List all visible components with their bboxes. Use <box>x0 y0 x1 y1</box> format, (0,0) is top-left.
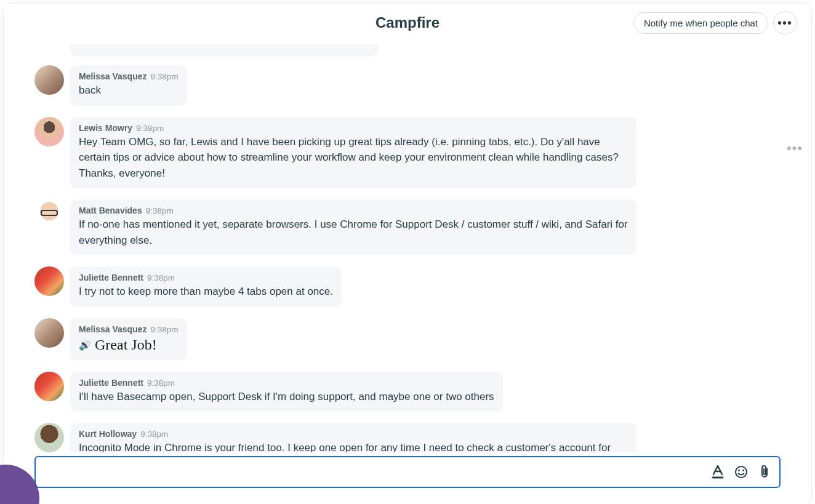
message-time: 9:38pm <box>136 124 164 133</box>
message-time: 9:38pm <box>151 325 179 334</box>
message-bubble: Lewis Mowry9:38pmHey Team OMG, so far, L… <box>70 117 636 189</box>
avatar[interactable] <box>34 423 64 452</box>
message-bubble: Juliette Bennett9:38pmI'll have Basecamp… <box>70 372 503 412</box>
message-bubble: Kurt Holloway9:38pmIncognito Mode in Chr… <box>70 423 636 452</box>
message-author[interactable]: Kurt Holloway <box>79 429 137 439</box>
message-bubble: Melissa Vasquez9:38pmback <box>70 65 187 106</box>
attachment-icon[interactable] <box>757 465 772 479</box>
message-text: If no-one has mentioned it yet, separate… <box>79 217 628 248</box>
avatar[interactable] <box>34 318 64 348</box>
sound-icon: 🔊 <box>79 339 91 351</box>
messages-scroll-area[interactable]: Melissa Vasquez9:38pmbackLewis Mowry9:38… <box>4 42 811 452</box>
chat-header: Campfire Notify me when people chat ••• <box>4 4 811 42</box>
emoji-svg <box>734 465 748 479</box>
text-format-svg <box>712 465 724 479</box>
message-header: Lewis Mowry9:38pm <box>79 123 628 133</box>
message-row[interactable]: Melissa Vasquez9:38pmback <box>34 65 784 106</box>
message-header: Melissa Vasquez9:38pm <box>79 71 179 81</box>
message-row[interactable]: Juliette Bennett9:38pmI try not to keep … <box>34 266 784 307</box>
avatar[interactable] <box>34 117 64 146</box>
message-bubble: Juliette Bennett9:38pmI try not to keep … <box>70 266 342 307</box>
avatar[interactable] <box>34 199 64 229</box>
message-time: 9:38pm <box>147 273 175 282</box>
paperclip-svg <box>759 465 770 479</box>
ellipsis-icon: ••• <box>777 16 792 30</box>
message-time: 9:38pm <box>151 72 179 81</box>
message-row[interactable]: Kurt Holloway9:38pmIncognito Mode in Chr… <box>34 423 784 452</box>
message-author[interactable]: Melissa Vasquez <box>79 324 147 334</box>
svg-point-0 <box>736 466 747 478</box>
sound-label: Great Job! <box>95 337 157 353</box>
ellipsis-icon: ••• <box>787 140 803 156</box>
header-actions: Notify me when people chat ••• <box>633 11 797 34</box>
message-header: Matt Benavides9:38pm <box>79 206 628 215</box>
avatar[interactable] <box>34 65 64 95</box>
message-bubble: Melissa Vasquez9:38pm🔊Great Job! <box>70 318 187 361</box>
message-text: I try not to keep more than maybe 4 tabs… <box>79 284 333 300</box>
message-time: 9:38pm <box>140 430 168 439</box>
chat-title: Campfire <box>375 14 440 31</box>
more-options-button[interactable]: ••• <box>773 11 797 34</box>
message-header: Melissa Vasquez9:38pm <box>79 324 179 334</box>
message-author[interactable]: Lewis Mowry <box>79 123 132 133</box>
message-actions-button[interactable]: ••• <box>787 140 803 156</box>
chat-window: Campfire Notify me when people chat ••• … <box>4 4 811 504</box>
message-author[interactable]: Melissa Vasquez <box>79 71 147 81</box>
message-row[interactable]: Lewis Mowry9:38pmHey Team OMG, so far, L… <box>34 117 784 189</box>
message-text: I'll have Basecamp open, Support Desk if… <box>79 389 494 405</box>
message-composer <box>34 456 781 488</box>
avatar[interactable] <box>34 266 64 296</box>
message-time: 9:38pm <box>146 206 174 215</box>
message-text: Incognito Mode in Chrome is your friend … <box>79 440 628 452</box>
avatar[interactable] <box>34 372 64 401</box>
message-bubble: Matt Benavides9:38pmIf no-one has mentio… <box>70 199 636 255</box>
sound-message[interactable]: 🔊Great Job! <box>79 337 179 353</box>
emoji-icon[interactable] <box>734 465 749 479</box>
message-row[interactable]: Melissa Vasquez9:38pm🔊Great Job! <box>34 318 784 361</box>
composer-area <box>4 452 811 504</box>
previous-message-partial <box>70 44 378 57</box>
message-author[interactable]: Juliette Bennett <box>79 273 143 282</box>
notify-button[interactable]: Notify me when people chat <box>633 12 768 34</box>
message-header: Kurt Holloway9:38pm <box>79 429 628 439</box>
message-header: Juliette Bennett9:38pm <box>79 378 494 388</box>
message-text: Hey Team OMG, so far, Lewis and I have b… <box>79 134 628 182</box>
message-input[interactable] <box>43 457 702 487</box>
message-row[interactable]: Juliette Bennett9:38pmI'll have Basecamp… <box>34 372 784 412</box>
message-author[interactable]: Juliette Bennett <box>79 378 143 388</box>
message-author[interactable]: Matt Benavides <box>79 206 142 215</box>
svg-point-2 <box>742 470 744 471</box>
message-header: Juliette Bennett9:38pm <box>79 273 333 282</box>
message-time: 9:38pm <box>147 378 175 388</box>
message-row[interactable]: Matt Benavides9:38pmIf no-one has mentio… <box>34 199 784 255</box>
message-text: back <box>79 82 179 98</box>
text-format-icon[interactable] <box>710 465 725 479</box>
svg-point-1 <box>738 470 740 471</box>
